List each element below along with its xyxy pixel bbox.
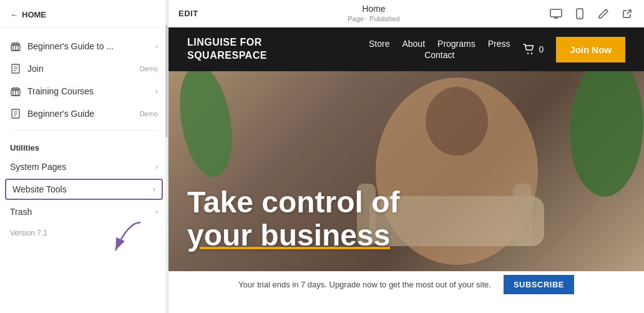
website-preview: LINGUISE FOR SQUARESPACE Store About Pro…	[168, 27, 644, 313]
cart-icon	[523, 44, 535, 55]
main-content: EDIT Home Page · Published	[168, 0, 644, 313]
preview-navbar: LINGUISE FOR SQUARESPACE Store About Pro…	[168, 27, 644, 71]
nav-link-press[interactable]: Press	[488, 39, 510, 49]
nav-bottom-row: Contact	[424, 50, 454, 60]
svg-rect-18	[513, 184, 532, 246]
pen-icon[interactable]	[597, 7, 610, 21]
svg-point-12	[527, 52, 528, 54]
version-label: Version 7.1	[0, 222, 168, 244]
svg-rect-9	[550, 9, 562, 17]
chevron-right-icon: ›	[153, 185, 155, 194]
sidebar-home-label: HOME	[22, 10, 46, 19]
sidebar-item-beginners-guide-1[interactable]: Beginner's Guide to ... ›	[0, 35, 168, 57]
mobile-icon[interactable]	[573, 7, 587, 21]
nav-link-store[interactable]: Store	[369, 39, 389, 49]
nav-link-about[interactable]: About	[402, 39, 425, 49]
cart-count: 0	[539, 44, 544, 54]
sidebar-home-link[interactable]: ← HOME	[0, 0, 168, 27]
page-icon-2	[10, 108, 21, 119]
chevron-right-icon: ›	[155, 42, 158, 51]
nav-top-row: Store About Programs Press	[369, 39, 510, 49]
sidebar-item-label: Beginner's Guide to ...	[27, 41, 149, 51]
sidebar-item-training-courses[interactable]: Training Courses ›	[0, 80, 168, 102]
sidebar-item-system-pages[interactable]: System Pages ›	[0, 156, 168, 177]
trial-text: Your trial ends in 7 days. Upgrade now t…	[238, 280, 491, 289]
sidebar-item-label: Join	[27, 64, 131, 74]
svg-point-13	[530, 52, 532, 54]
join-now-button[interactable]: Join Now	[556, 37, 625, 62]
sidebar-item-join[interactable]: Join Demo	[0, 57, 168, 80]
sidebar-item-website-tools[interactable]: Website Tools ›	[5, 179, 163, 200]
sidebar-item-badge: Demo	[140, 110, 158, 117]
scroll-thumb	[165, 25, 168, 137]
sidebar-nav: Beginner's Guide to ... › Join Demo	[0, 27, 168, 313]
svg-point-11	[579, 16, 580, 17]
sidebar-item-label: Training Courses	[27, 86, 149, 96]
trial-bar: Your trial ends in 7 days. Upgrade now t…	[168, 271, 644, 297]
chevron-right-icon: ›	[155, 87, 158, 96]
svg-point-15	[426, 87, 488, 156]
desktop-icon[interactable]	[549, 7, 563, 21]
page-name: Home	[362, 3, 385, 14]
preview-logo: LINGUISE FOR SQUARESPACE	[187, 36, 267, 62]
scrollbar[interactable]	[165, 0, 168, 313]
sidebar-item-badge: Demo	[140, 65, 158, 72]
sidebar-item-label: System Pages	[10, 162, 149, 172]
chevron-right-icon: ›	[155, 162, 158, 171]
arrow-left-icon: ←	[10, 10, 18, 19]
utilities-section-label: Utilities	[0, 136, 168, 156]
hero-text: Take control of your business	[168, 186, 418, 271]
gift-icon	[10, 41, 21, 52]
cart-area[interactable]: 0	[523, 44, 544, 55]
preview-nav-links: Store About Programs Press Contact	[369, 39, 510, 60]
divider	[10, 130, 158, 131]
topbar-center: Home Page · Published	[208, 3, 539, 23]
external-link-icon[interactable]	[620, 7, 634, 21]
sidebar-item-label: Trash	[10, 207, 149, 217]
sidebar: ← HOME Beginner's Guide to ... ›	[0, 0, 168, 313]
topbar: EDIT Home Page · Published	[168, 0, 644, 27]
hero-section: Take control of your business	[168, 71, 644, 271]
sidebar-item-label: Beginner's Guide	[27, 109, 131, 119]
topbar-icons	[549, 7, 634, 21]
nav-link-group: Store About Programs Press Contact	[369, 39, 510, 60]
nav-link-contact[interactable]: Contact	[424, 50, 454, 60]
sidebar-item-beginners-guide-2[interactable]: Beginner's Guide Demo	[0, 102, 168, 125]
page-status: Page · Published	[348, 14, 399, 23]
hero-headline: Take control of your business	[187, 186, 399, 252]
subscribe-button[interactable]: SUBSCRIBE	[504, 275, 574, 294]
sidebar-item-label: Website Tools	[12, 184, 147, 194]
nav-link-programs[interactable]: Programs	[437, 39, 476, 49]
page-icon	[10, 63, 21, 74]
edit-label: EDIT	[178, 9, 198, 18]
chevron-right-icon: ›	[155, 207, 158, 216]
sidebar-item-trash[interactable]: Trash ›	[0, 201, 168, 222]
gift-icon-2	[10, 86, 21, 97]
